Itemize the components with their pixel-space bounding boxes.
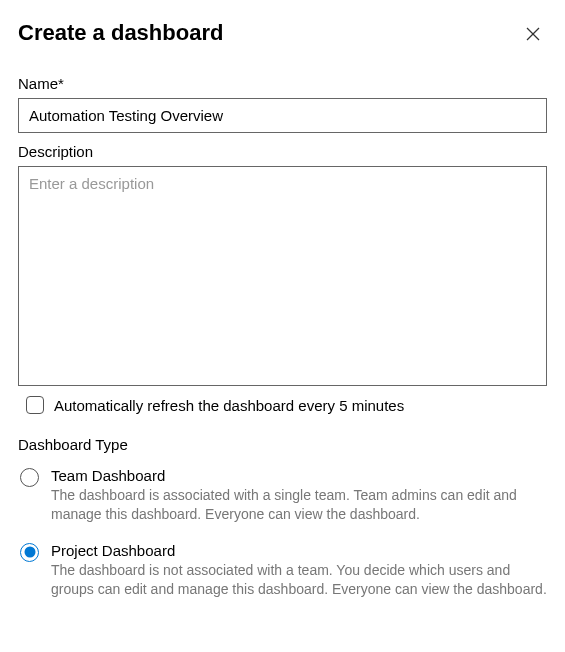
radio-project-text: Project Dashboard The dashboard is not a… — [51, 542, 547, 599]
name-label: Name* — [18, 75, 547, 92]
name-input[interactable] — [18, 98, 547, 133]
radio-option-team: Team Dashboard The dashboard is associat… — [18, 467, 547, 524]
dialog-header: Create a dashboard — [18, 20, 547, 51]
close-icon — [525, 26, 541, 46]
dashboard-type-label: Dashboard Type — [18, 436, 547, 453]
radio-project[interactable] — [20, 543, 39, 562]
dialog-title: Create a dashboard — [18, 20, 223, 46]
radio-team-title: Team Dashboard — [51, 467, 547, 484]
radio-team-desc: The dashboard is associated with a singl… — [51, 486, 547, 524]
radio-team-text: Team Dashboard The dashboard is associat… — [51, 467, 547, 524]
radio-project-title: Project Dashboard — [51, 542, 547, 559]
radio-project-desc: The dashboard is not associated with a t… — [51, 561, 547, 599]
autorefresh-checkbox[interactable] — [26, 396, 44, 414]
description-label: Description — [18, 143, 547, 160]
description-input[interactable] — [18, 166, 547, 386]
autorefresh-label: Automatically refresh the dashboard ever… — [54, 397, 404, 414]
autorefresh-row: Automatically refresh the dashboard ever… — [18, 396, 547, 414]
close-button[interactable] — [519, 20, 547, 51]
radio-option-project: Project Dashboard The dashboard is not a… — [18, 542, 547, 599]
radio-team[interactable] — [20, 468, 39, 487]
